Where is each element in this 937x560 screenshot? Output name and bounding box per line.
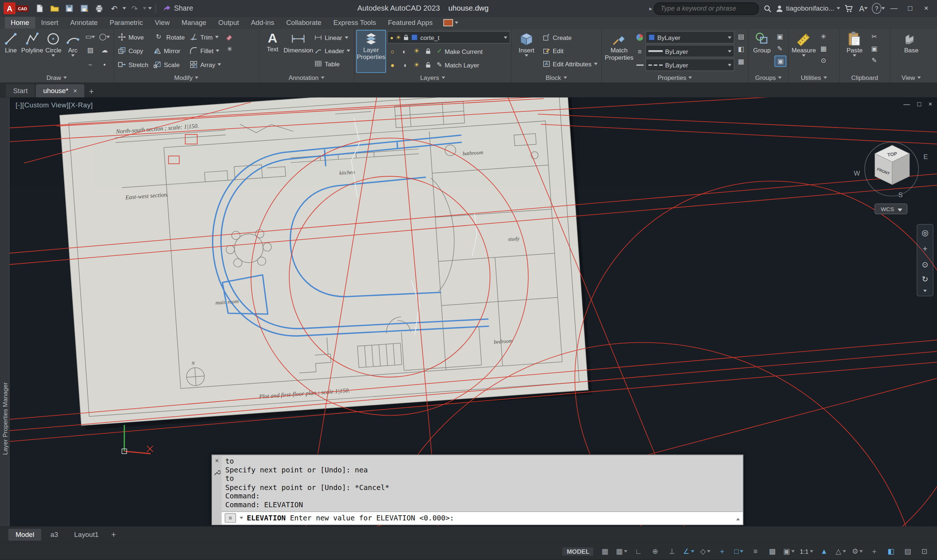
share-button[interactable]: Share [160,4,197,12]
status-annotation-monitor-icon[interactable]: ＋ [866,545,882,557]
linear-dimension-button[interactable]: Linear [313,31,352,44]
panel-label-clipboard[interactable]: Clipboard [840,73,890,83]
trim-button[interactable]: Trim [188,31,223,43]
search-button[interactable] [761,3,774,15]
viewport-maximize-icon[interactable]: □ [917,100,921,108]
circle-button[interactable]: Circle [45,30,63,73]
navigation-bar[interactable]: ◎ ＋ ⊙ ↻ [917,224,934,296]
explode-icon[interactable]: ✳ [225,45,235,55]
status-isodraft-icon[interactable]: ◇ [698,545,713,557]
tab-addins[interactable]: Add-ins [245,17,280,29]
status-model-button[interactable]: MODEL [563,547,594,555]
move-button[interactable]: Move [116,31,150,43]
layout-tab-a3[interactable]: a3 [43,528,65,541]
layer-thaw-icon[interactable]: ☀ [411,60,422,70]
command-history[interactable]: toSpecify next point or [Undo]: neatoSpe… [222,455,743,511]
paste-special-icon[interactable]: ✎ [869,56,879,66]
mirror-button[interactable]: Mirror [151,45,186,57]
ribbon-options-button[interactable] [438,17,463,29]
fillet-button[interactable]: Fillet [188,45,223,57]
keyword-search[interactable] [654,2,759,15]
status-annotation-scale[interactable]: 1:1 [798,545,815,557]
copy-clip-icon[interactable]: ▣ [869,44,879,54]
stretch-button[interactable]: Stretch [116,58,150,70]
rectangle-tool-icon[interactable]: ▭ [85,32,95,42]
tab-home[interactable]: Home [5,17,35,29]
edit-attributes-button[interactable]: Edit Attributes [541,57,599,70]
create-block-button[interactable]: Create [541,31,599,44]
line-button[interactable]: Line [2,30,20,73]
group-button[interactable]: Group [751,30,773,73]
close-button[interactable]: × [919,2,933,15]
measure-button[interactable]: Measure [791,30,817,73]
file-tab-uhouse[interactable]: uhouse*× [36,84,84,97]
command-prompt[interactable]: ELEVATION Enter new value for ELEVATION … [247,514,454,522]
layer-unlock-icon[interactable] [423,60,434,70]
panel-label-layers[interactable]: Layers [354,73,511,83]
status-grid-icon[interactable]: ▦ [597,545,612,557]
autodesk-app-button[interactable]: A [857,3,870,15]
tab-featured-apps[interactable]: Featured Apps [382,17,439,29]
layer-off-icon[interactable]: ○ [387,46,398,57]
command-close-icon[interactable]: × [215,457,218,465]
panel-label-annotation[interactable]: Annotation [259,73,354,83]
leader-button[interactable]: Leader [313,45,352,57]
store-button[interactable] [842,3,855,15]
file-tab-start[interactable]: Start [6,84,35,97]
tab-insert[interactable]: Insert [35,17,64,29]
command-options-icon[interactable] [240,517,243,519]
maximize-button[interactable]: □ [903,2,917,15]
status-polar-tracking-icon[interactable]: ∠ [681,545,696,557]
plot-button[interactable] [93,3,106,15]
status-ortho-icon[interactable]: ⊥ [664,545,680,557]
group-edit-icon[interactable]: ✎ [775,44,785,54]
drawing-canvas[interactable]: North-south section ; scale: 1|150. East… [0,97,937,527]
polyline-button[interactable]: Polyline [21,30,43,73]
erase-icon[interactable] [225,32,235,42]
text-button[interactable]: A Text [261,30,284,73]
tab-annotate[interactable]: Annotate [64,17,104,29]
app-menu-button[interactable]: A CAD [4,3,29,15]
tab-parametric[interactable]: Parametric [104,17,149,29]
viewport-minimize-icon[interactable]: — [904,100,910,108]
new-drawing-tab-button[interactable]: ＋ [85,85,97,97]
layer-select[interactable]: ● ☀ corte_t [387,31,510,44]
navbar-more-icon[interactable] [923,290,927,292]
rotate-button[interactable]: ↻Rotate [151,31,186,43]
paste-button[interactable]: Paste [841,30,868,73]
open-file-button[interactable] [48,3,61,15]
panel-label-groups[interactable]: Groups [749,73,789,83]
viewcube-east[interactable]: E [923,153,928,160]
ungroup-icon[interactable]: ▣ [775,32,785,42]
status-workspace-icon[interactable]: ⚙ [850,545,865,557]
new-layout-button[interactable]: ＋ [108,529,120,540]
tab-express-tools[interactable]: Express Tools [327,17,382,29]
undo-button[interactable]: ↶ [108,3,121,15]
search-caret-icon[interactable]: ▸ [649,5,652,12]
status-plot-icon[interactable]: ▤ [900,545,915,557]
arc-button[interactable]: Arc [64,30,82,73]
hatch-tool-icon[interactable]: ▨ [85,45,95,56]
tab-manage[interactable]: Manage [175,17,212,29]
close-tab-icon[interactable]: × [73,87,77,95]
status-object-snap-icon[interactable]: □ [731,545,746,557]
viewcube-west[interactable]: W [854,170,860,177]
match-layer-button[interactable]: ✎Match Layer [435,58,481,71]
redo-button[interactable]: ↷ [128,3,141,15]
viewcube-south[interactable]: S [899,191,903,198]
layer-properties-button[interactable]: Layer Properties [356,30,386,73]
status-clean-screen-icon[interactable]: ⊡ [917,545,932,557]
pan-icon[interactable]: ＋ [921,243,929,254]
status-transparency-icon[interactable]: ▩ [765,545,780,557]
undo-dropdown-icon[interactable] [122,7,126,10]
panel-label-modify[interactable]: Modify [114,73,258,83]
point-tool-icon[interactable]: • [99,59,110,69]
properties-list-icon[interactable]: ▤ [736,32,746,42]
status-osnap-tracking-icon[interactable]: ＋ [714,545,730,557]
ellipse-tool-icon[interactable]: ◯ [99,32,110,42]
viewport-close-icon[interactable]: × [928,100,932,108]
panel-label-utilities[interactable]: Utilities [789,73,839,83]
panel-label-block[interactable]: Block [511,73,601,83]
orbit-icon[interactable]: ↻ [922,275,929,284]
lineweight-select[interactable]: ByLayer [646,45,735,57]
